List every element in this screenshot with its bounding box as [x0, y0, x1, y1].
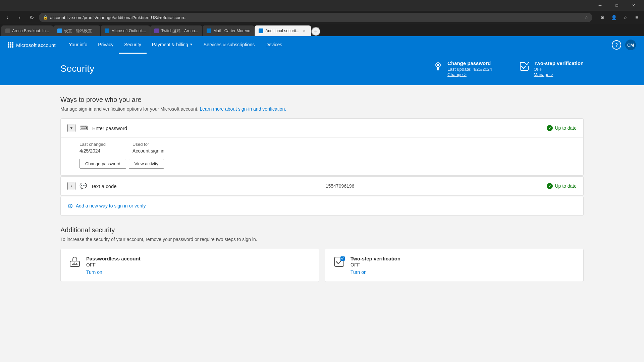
- two-step-card-icon: [333, 256, 345, 270]
- nav-bar: ‹ › ↻ 🔒 account.live.com/proofs/manage/a…: [0, 11, 644, 24]
- two-step-content: Two-step verification OFF Turn on: [333, 256, 575, 275]
- nav-services[interactable]: Services & subscriptions: [198, 36, 260, 54]
- two-step-manage-link[interactable]: Manage >: [534, 72, 553, 77]
- tab-favicon: [207, 28, 211, 33]
- phone-number: 15547096196: [326, 183, 543, 189]
- password-card-actions: Change password View activity: [79, 159, 577, 169]
- add-method-label: Add a new way to sign in or verify: [76, 203, 146, 208]
- tab-close-button[interactable]: ✕: [302, 28, 307, 34]
- status-dot: ✓: [547, 183, 553, 189]
- nav-privacy[interactable]: Privacy: [93, 36, 119, 54]
- text-code-expand-button[interactable]: ›: [67, 182, 75, 190]
- page-title: Security: [60, 63, 433, 74]
- password-icon: ⌨: [79, 124, 88, 132]
- password-detail-row: Last changed 4/25/2024 Used for Account …: [79, 142, 577, 154]
- two-step-text: Two-step verification OFF Turn on: [351, 256, 400, 275]
- nav-your-info[interactable]: Your info: [64, 36, 93, 54]
- password-icon: [433, 61, 443, 74]
- tab-favicon: [57, 28, 62, 33]
- change-password-button[interactable]: Change password: [79, 159, 126, 169]
- passwordless-heading: Passwordless account: [86, 256, 141, 261]
- change-password-text: Change password Last update: 4/25/2024 C…: [447, 60, 492, 77]
- tab-favicon: [105, 28, 109, 33]
- tab-arena[interactable]: Arena Breakout: In...: [1, 25, 53, 36]
- additional-cards: Passwordless account OFF Turn on: [60, 249, 584, 282]
- view-activity-button[interactable]: View activity: [129, 159, 164, 169]
- text-code-status-text: Up to date: [555, 183, 577, 189]
- used-for-value: Account sign in: [132, 148, 164, 154]
- nav-icons: ⚙ 👤 ☆ ≡: [598, 13, 641, 22]
- security-banner: Security Change password Last update: 4/…: [0, 54, 644, 85]
- two-step-card-status: OFF: [351, 262, 400, 267]
- tab-outlook[interactable]: Microsoft Outlook...: [101, 25, 150, 36]
- ms-logo-text: Microsoft account: [16, 42, 56, 48]
- nav-security[interactable]: Security: [119, 36, 147, 54]
- extensions-button[interactable]: ⚙: [598, 13, 607, 22]
- password-status: ✓ Up to date: [547, 125, 577, 131]
- last-changed-item: Last changed 4/25/2024: [79, 142, 106, 154]
- password-expand-button[interactable]: ▼: [67, 124, 75, 132]
- window-controls: ─ □ ✕: [592, 0, 641, 11]
- address-bar[interactable]: 🔒 account.live.com/proofs/manage/additio…: [39, 13, 592, 22]
- text-code-card-header[interactable]: › 💬 Text a code 15547096196 ✓ Up to date: [61, 177, 583, 195]
- ways-section-desc: Manage sign-in and verification options …: [60, 106, 584, 112]
- change-password-banner: Change password Last update: 4/25/2024 C…: [433, 60, 492, 77]
- two-step-turn-on-link[interactable]: Turn on: [351, 269, 400, 275]
- waffle-icon: [8, 42, 13, 48]
- nav-devices[interactable]: Devices: [260, 36, 287, 54]
- change-password-link[interactable]: Change >: [447, 72, 467, 77]
- tab-additional-security[interactable]: Additional securit... ✕: [255, 25, 311, 36]
- tab-favicon: [259, 28, 263, 33]
- avatar[interactable]: CM: [625, 40, 636, 50]
- svg-point-1: [437, 64, 439, 66]
- last-changed-label: Last changed: [79, 142, 106, 147]
- add-method-button[interactable]: ⊕ Add a new way to sign in or verify: [61, 196, 583, 215]
- password-card: ▼ ⌨ Enter password ✓ Up to date Last cha…: [60, 118, 584, 176]
- tab-twitch[interactable]: Twitch游戏 - Arena...: [150, 25, 202, 36]
- passwordless-status: OFF: [86, 262, 141, 267]
- tab-mail[interactable]: Mail - Carter Moreno: [203, 25, 254, 36]
- additional-security-section: Additional security To increase the secu…: [60, 226, 584, 282]
- ms-account-nav: Microsoft account Your info Privacy Secu…: [0, 36, 644, 54]
- last-changed-value: 4/25/2024: [79, 148, 100, 154]
- tab-label: Additional securit...: [265, 28, 299, 33]
- passwordless-text: Passwordless account OFF Turn on: [86, 256, 141, 275]
- close-button[interactable]: ✕: [626, 0, 641, 11]
- tab-label: 设置 - 隐私设置: [64, 28, 96, 34]
- main-content: Ways to prove who you are Manage sign-in…: [0, 85, 644, 360]
- address-text: account.live.com/proofs/manage/additiona…: [50, 15, 583, 20]
- passwordless-icon: [69, 256, 81, 270]
- ms-nav-items: Your info Privacy Security Payment & bil…: [64, 36, 612, 54]
- tabs-bar: Arena Breakout: In... 设置 - 隐私设置 Microsof…: [0, 24, 644, 36]
- two-step-heading: Two-step verification: [534, 60, 584, 66]
- passwordless-turn-on-link[interactable]: Turn on: [86, 269, 141, 275]
- hub-button[interactable]: ≡: [632, 13, 641, 22]
- passwordless-content: Passwordless account OFF Turn on: [69, 256, 311, 275]
- passwordless-card: Passwordless account OFF Turn on: [60, 249, 319, 282]
- maximize-button[interactable]: □: [609, 0, 625, 11]
- favorites-button[interactable]: ☆: [621, 13, 630, 22]
- refresh-button[interactable]: ↻: [27, 13, 36, 22]
- text-code-card: › 💬 Text a code 15547096196 ✓ Up to date: [60, 176, 584, 196]
- help-button[interactable]: ?: [612, 40, 621, 50]
- minimize-button[interactable]: ─: [592, 0, 608, 11]
- tab-settings[interactable]: 设置 - 隐私设置: [53, 25, 100, 36]
- password-card-detail: Last changed 4/25/2024 Used for Account …: [61, 137, 583, 175]
- back-button[interactable]: ‹: [3, 13, 12, 22]
- tab-favicon: [154, 28, 159, 33]
- nav-payment[interactable]: Payment & billing ▼: [147, 36, 198, 54]
- change-password-heading: Change password: [447, 60, 492, 66]
- learn-more-link[interactable]: Learn more about sign-in and verificatio…: [200, 106, 286, 112]
- profile-button[interactable]: 👤: [609, 13, 619, 22]
- two-step-status: OFF: [534, 67, 584, 72]
- new-tab-button[interactable]: +: [311, 27, 321, 36]
- add-method-card: ⊕ Add a new way to sign in or verify: [60, 196, 584, 216]
- ways-section-title: Ways to prove who you are: [60, 96, 584, 104]
- forward-button[interactable]: ›: [15, 13, 24, 22]
- password-status-text: Up to date: [555, 125, 577, 131]
- ms-logo[interactable]: Microsoft account: [8, 42, 56, 48]
- title-bar: ─ □ ✕: [0, 0, 644, 11]
- two-step-text: Two-step verification OFF Manage >: [534, 60, 584, 77]
- password-card-header[interactable]: ▼ ⌨ Enter password ✓ Up to date: [61, 119, 583, 137]
- add-icon: ⊕: [67, 202, 73, 210]
